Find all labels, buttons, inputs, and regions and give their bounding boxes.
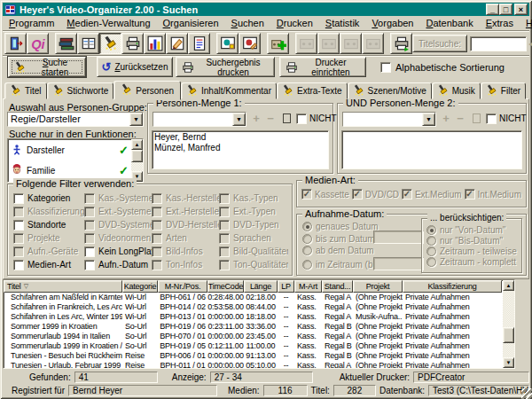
menge1-combobox[interactable]: ▼	[153, 112, 246, 127]
tab-label: Inhalt/Kommentar	[201, 86, 271, 96]
remove-person-button[interactable]: −	[263, 112, 278, 125]
filter-checkbox-aufn-datum[interactable]: Aufn.-Datum	[84, 258, 152, 271]
medium-hinzufuegen-button[interactable]	[267, 33, 289, 54]
tab-filter[interactable]: Filter	[481, 82, 526, 99]
table-scrollbar[interactable]: ▲ ▼	[503, 280, 514, 368]
zuruecksetzen-button[interactable]: ↺ Zurücksetzen	[97, 57, 173, 77]
column-header-m-art[interactable]: M-Art	[294, 280, 322, 293]
menge1-list[interactable]: Heyer, BerndMünzel, Manfred	[152, 130, 329, 169]
programm-beenden-button[interactable]	[4, 33, 27, 54]
menu-item-drucken[interactable]: Drucken	[270, 17, 319, 29]
drucker-einrichten-button[interactable]: Drucker einrichten	[279, 57, 366, 77]
menu-item-programm[interactable]: Programm	[3, 17, 60, 29]
tab-personen[interactable]: Personen	[113, 81, 181, 100]
column-header-projekt[interactable]: Projekt	[353, 280, 403, 293]
menge2-nicht-checkbox[interactable]: NICHT	[486, 113, 527, 124]
table-row[interactable]: Sommerurlaub 1999 in Kroatien / ...So-Ur…	[4, 341, 503, 351]
suchen-button[interactable]	[99, 33, 121, 54]
scroll-down-icon[interactable]: ▼	[503, 357, 514, 368]
column-header-stand[interactable]: Stand...	[322, 280, 353, 293]
table-row[interactable]: Sommer 1999 in KroatienSo-UrlBPH-019 / 0…	[4, 322, 503, 332]
statistik-button[interactable]	[144, 33, 166, 54]
tab-musik[interactable]: Musik	[432, 82, 481, 99]
table-row[interactable]: Sommerurlaub 1994 in ItalienSo-UrlBPH-07…	[4, 332, 503, 341]
filter-checkbox-kategorien[interactable]: Kategorien	[13, 192, 84, 205]
menu-item-statistik[interactable]: Statistik	[319, 17, 366, 29]
tab-titel[interactable]: Titel	[4, 82, 47, 99]
titelsuche-input[interactable]	[470, 36, 527, 51]
table-row[interactable]: Tunesien - Besuch bei Rückheims ...Reise…	[4, 351, 503, 361]
column-header-kategorie[interactable]: Kategorie	[122, 280, 158, 293]
alphabetische-sortierung-checkbox[interactable]: Alphabetische Sortierung	[380, 62, 505, 73]
chevron-down-icon[interactable]: ▼	[129, 113, 143, 126]
table-row[interactable]: Schifahren am Naßfeld in KärntenWi-UrlBP…	[4, 293, 503, 302]
chevron-down-icon[interactable]: ▼	[422, 113, 435, 126]
scroll-up-icon[interactable]: ▲	[503, 280, 514, 291]
funktion-item[interactable]: Familie✓	[8, 160, 131, 180]
organisieren-button[interactable]	[77, 33, 99, 54]
table-row[interactable]: Tunesien - Urlaub, Februar 1999ReiseBPH-…	[4, 361, 503, 368]
filter-checkbox-kein-longplay[interactable]: Kein LongPlay	[84, 245, 152, 258]
tab-extra-texte[interactable]: Extra-Texte	[277, 82, 348, 99]
table-cell: Reise	[122, 361, 158, 368]
clear-list-button[interactable]	[283, 113, 291, 123]
menu-item-medien-verwaltung[interactable]: Medien-Verwaltung	[60, 17, 156, 29]
listen-button[interactable]	[188, 33, 210, 54]
suchergebnis-drucken-button[interactable]: Suchergebnis drucken	[176, 57, 275, 77]
tab-szenen-motive[interactable]: Szenen/Motive	[348, 82, 432, 99]
scroll-thumb[interactable]	[131, 150, 143, 162]
menu-item-vorgaben[interactable]: Vorgaben	[365, 17, 419, 29]
personen-gruppe-combobox[interactable]: Regie/Darsteller ▼	[7, 112, 144, 127]
liste-drucken-button[interactable]	[390, 33, 412, 54]
column-header-l-nge[interactable]: Länge	[244, 280, 278, 293]
table-content: Titel▽KategorieM-Nr./Pos.TimeCodeLängeLP…	[4, 280, 503, 368]
filter-checkbox-ext-hersteller: Ext.-Hersteller	[152, 205, 219, 218]
tab-label: Titel	[25, 86, 42, 96]
maximize-button[interactable]: □	[499, 4, 512, 15]
menu-item-extras[interactable]: Extras	[480, 17, 520, 29]
add-person-button[interactable]: +	[439, 112, 453, 125]
werkzeuge-button[interactable]	[239, 33, 261, 54]
column-header-m-nr-pos[interactable]: M-Nr./Pos.	[158, 280, 207, 293]
person-list-item[interactable]: Münzel, Manfred	[154, 143, 326, 153]
vorgaben-button[interactable]	[166, 33, 188, 54]
checkbox-box	[13, 220, 24, 231]
table-row[interactable]: Schifahren in Les Arc, Winter 1998Wi-Url…	[4, 312, 503, 322]
column-header-klassifizierung[interactable]: Klassifizierung	[403, 280, 502, 293]
close-button[interactable]: ×	[514, 4, 528, 15]
menge2-list[interactable]	[341, 130, 522, 169]
chevron-down-icon[interactable]: ▼	[232, 113, 246, 126]
quick-info-button[interactable]: Qi	[27, 33, 49, 54]
funktionen-scrollbar[interactable]: ▲ ▼	[131, 139, 143, 182]
design-button[interactable]	[216, 33, 239, 54]
scroll-thumb[interactable]	[503, 327, 514, 343]
spin-left-icon[interactable]: ◂	[528, 40, 532, 48]
menge1-nicht-checkbox[interactable]: NICHT	[296, 113, 337, 124]
person-list-item[interactable]: Heyer, Bernd	[154, 132, 326, 143]
suche-starten-button[interactable]: Suche starten	[8, 57, 86, 77]
titelsuche-button[interactable]: Titelsuche:	[412, 35, 467, 52]
column-header-lp[interactable]: LP	[278, 280, 294, 293]
tab-inhalt-kommentar[interactable]: Inhalt/Kommentar	[181, 82, 277, 99]
column-header-timecode[interactable]: TimeCode	[207, 280, 244, 293]
remove-person-button[interactable]: −	[453, 112, 467, 125]
menu-item-datenbank[interactable]: Datenbank	[419, 17, 479, 29]
resize-grip[interactable]	[521, 388, 532, 399]
medien-verwaltung-button[interactable]	[55, 33, 77, 54]
menge2-combobox[interactable]: ▼	[342, 112, 436, 127]
menu-item-suchen[interactable]: Suchen	[225, 17, 270, 29]
table-cell: Tunesien - Urlaub, Februar 1999	[4, 361, 122, 368]
filter-checkbox-medien-art[interactable]: Medien-Art	[13, 258, 84, 271]
scroll-up-icon[interactable]: ▲	[131, 139, 143, 150]
menu-item-hilfe[interactable]: Hilfe	[520, 17, 532, 29]
table-row[interactable]: Schifahren in Frankreich, Les ArcWi-UrlB…	[4, 302, 503, 312]
minimize-button[interactable]: _	[486, 4, 499, 15]
drucken-button[interactable]	[121, 33, 144, 54]
printer-go-icon	[394, 35, 410, 51]
menu-item-organisieren[interactable]: Organisieren	[157, 17, 225, 29]
tab-stichworte[interactable]: Stichworte	[47, 82, 114, 99]
funktion-item[interactable]: Darsteller✓	[8, 139, 131, 160]
add-person-button[interactable]: +	[249, 112, 263, 125]
column-header-titel[interactable]: Titel▽	[4, 280, 122, 293]
filter-checkbox-standorte[interactable]: Standorte	[13, 218, 84, 231]
